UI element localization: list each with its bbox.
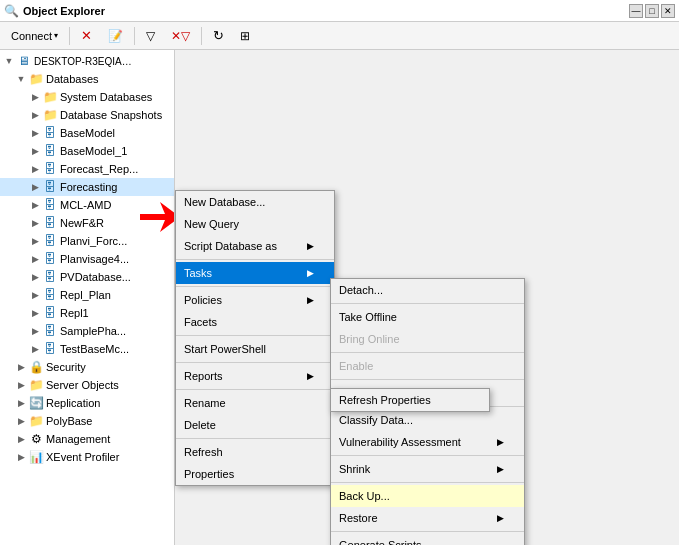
testbasemc-label: TestBaseMc... xyxy=(60,343,129,355)
tasks-menu-shrink[interactable]: Shrink ▶ xyxy=(331,458,524,480)
tree-item-databases[interactable]: ▼ 📁 Databases xyxy=(0,70,174,88)
take-offline-label: Take Offline xyxy=(339,311,397,323)
tasks-menu-enable[interactable]: Enable xyxy=(331,355,524,377)
maximize-button[interactable]: □ xyxy=(645,4,659,18)
properties-button[interactable]: ⊞ xyxy=(233,26,257,46)
tree-item-replication[interactable]: ▶ 🔄 Replication xyxy=(0,394,174,412)
menu-item-reports[interactable]: Reports ▶ xyxy=(176,365,334,387)
tree-item-mcl-amd[interactable]: ▶ 🗄 MCL-AMD xyxy=(0,196,174,214)
tree-item-pvdatabase[interactable]: ▶ 🗄 PVDatabase... xyxy=(0,268,174,286)
connect-button[interactable]: Connect ▾ xyxy=(4,27,65,45)
basemodel1-expand: ▶ xyxy=(28,144,42,158)
server-icon: 🖥 xyxy=(16,53,32,69)
tasks-menu-backup[interactable]: Back Up... xyxy=(331,485,524,507)
policies-label: Policies xyxy=(184,294,222,306)
tasks-menu-classify-data[interactable]: Classify Data... xyxy=(331,409,524,431)
tree-item-db-snapshots[interactable]: ▶ 📁 Database Snapshots xyxy=(0,106,174,124)
tasks-menu-restore[interactable]: Restore ▶ xyxy=(331,507,524,529)
tree-item-basemodel1[interactable]: ▶ 🗄 BaseModel_1 xyxy=(0,142,174,160)
tree-item-repl-plan[interactable]: ▶ 🗄 Repl_Plan xyxy=(0,286,174,304)
menu-separator-4 xyxy=(176,362,334,363)
minimize-button[interactable]: — xyxy=(629,4,643,18)
forecast-rep-expand: ▶ xyxy=(28,162,42,176)
server-expand-icon: ▼ xyxy=(2,54,16,68)
xevent-label: XEvent Profiler xyxy=(46,451,119,463)
content-area: New Database... New Query Script Databas… xyxy=(175,50,679,545)
menu-item-start-powershell[interactable]: Start PowerShell xyxy=(176,338,334,360)
tree-item-samplepha[interactable]: ▶ 🗄 SamplePha... xyxy=(0,322,174,340)
planvi-db-icon: 🗄 xyxy=(42,233,58,249)
clear-filter-button[interactable]: ✕▽ xyxy=(164,26,197,46)
toolbar-separator-1 xyxy=(69,27,70,45)
server-objects-label: Server Objects xyxy=(46,379,119,391)
tree-item-repl1[interactable]: ▶ 🗄 Repl1 xyxy=(0,304,174,322)
menu-item-new-query[interactable]: New Query xyxy=(176,213,334,235)
tree-item-management[interactable]: ▶ ⚙ Management xyxy=(0,430,174,448)
tree-item-newfr[interactable]: ▶ 🗄 NewF&R xyxy=(0,214,174,232)
menu-item-new-database[interactable]: New Database... xyxy=(176,191,334,213)
tree-item-forecasting[interactable]: ▶ 🗄 Forecasting xyxy=(0,178,174,196)
reports-arrow: ▶ xyxy=(307,371,314,381)
facets-label: Facets xyxy=(184,316,217,328)
menu-item-rename[interactable]: Rename xyxy=(176,392,334,414)
tree-item-forecast-rep[interactable]: ▶ 🗄 Forecast_Rep... xyxy=(0,160,174,178)
vulnerability-label: Vulnerability Assessment xyxy=(339,436,461,448)
tasks-menu-detach[interactable]: Detach... xyxy=(331,279,524,301)
tree-item-planvi[interactable]: ▶ 🗄 Planvi_Forc... xyxy=(0,232,174,250)
menu-item-delete[interactable]: Delete xyxy=(176,414,334,436)
menu-item-properties[interactable]: Properties xyxy=(176,463,334,485)
tree-item-basemodel[interactable]: ▶ 🗄 BaseModel xyxy=(0,124,174,142)
new-query-button[interactable]: 📝 xyxy=(101,26,130,46)
management-expand: ▶ xyxy=(14,432,28,446)
clear-filter-icon: ✕▽ xyxy=(171,29,190,43)
basemodel1-label: BaseModel_1 xyxy=(60,145,127,157)
tasks-menu-bring-online[interactable]: Bring Online xyxy=(331,328,524,350)
forecasting-label: Forecasting xyxy=(60,181,117,193)
refresh-label: Refresh xyxy=(184,446,223,458)
filter-button[interactable]: ▽ xyxy=(139,26,162,46)
connect-dropdown-icon: ▾ xyxy=(54,31,58,40)
close-button[interactable]: ✕ xyxy=(661,4,675,18)
refresh-button[interactable]: ↻ xyxy=(206,25,231,46)
menu-item-tasks[interactable]: Tasks ▶ xyxy=(176,262,334,284)
menu-item-policies[interactable]: Policies ▶ xyxy=(176,289,334,311)
repl-plan-expand: ▶ xyxy=(28,288,42,302)
toolbar-separator-3 xyxy=(201,27,202,45)
toolbar-separator-2 xyxy=(134,27,135,45)
tasks-sep-3 xyxy=(331,379,524,380)
planvisage-expand: ▶ xyxy=(28,252,42,266)
menu-item-script-database[interactable]: Script Database as ▶ xyxy=(176,235,334,257)
tasks-sep-6 xyxy=(331,482,524,483)
tree-item-server-objects[interactable]: ▶ 📁 Server Objects xyxy=(0,376,174,394)
tasks-menu-generate-scripts[interactable]: Generate Scripts... xyxy=(331,534,524,545)
testbasemc-db-icon: 🗄 xyxy=(42,341,58,357)
snapshots-icon: 📁 xyxy=(42,107,58,123)
tree-item-xevent[interactable]: ▶ 📊 XEvent Profiler xyxy=(0,448,174,466)
server-node[interactable]: ▼ 🖥 DESKTOP-R3EQIAK\SQL2017 (SQL Server … xyxy=(0,52,174,70)
tasks-menu-vulnerability[interactable]: Vulnerability Assessment ▶ xyxy=(331,431,524,453)
classify-data-label: Classify Data... xyxy=(339,414,413,426)
tree-item-polybase[interactable]: ▶ 📁 PolyBase xyxy=(0,412,174,430)
replication-expand: ▶ xyxy=(14,396,28,410)
mcl-label: MCL-AMD xyxy=(60,199,111,211)
tree-item-testbasemc[interactable]: ▶ 🗄 TestBaseMc... xyxy=(0,340,174,358)
refresh-icon: ↻ xyxy=(213,28,224,43)
polybase-icon: 📁 xyxy=(28,413,44,429)
menu-item-facets[interactable]: Facets xyxy=(176,311,334,333)
rename-label: Rename xyxy=(184,397,226,409)
menu-item-refresh[interactable]: Refresh xyxy=(176,441,334,463)
newfr-label: NewF&R xyxy=(60,217,104,229)
pvdb-label: PVDatabase... xyxy=(60,271,131,283)
security-icon: 🔒 xyxy=(28,359,44,375)
tree-item-planvisage[interactable]: ▶ 🗄 Planvisage4... xyxy=(0,250,174,268)
tree-item-system-databases[interactable]: ▶ 📁 System Databases xyxy=(0,88,174,106)
tasks-menu-take-offline[interactable]: Take Offline xyxy=(331,306,524,328)
start-powershell-label: Start PowerShell xyxy=(184,343,266,355)
replication-icon: 🔄 xyxy=(28,395,44,411)
filter-icon: ▽ xyxy=(146,29,155,43)
disconnect-button[interactable]: ✕ xyxy=(74,25,99,46)
reports-menu-refresh-properties[interactable]: Refresh Properties xyxy=(331,389,489,411)
tree-item-security[interactable]: ▶ 🔒 Security xyxy=(0,358,174,376)
planvisage-db-icon: 🗄 xyxy=(42,251,58,267)
toolbar: Connect ▾ ✕ 📝 ▽ ✕▽ ↻ ⊞ xyxy=(0,22,679,50)
